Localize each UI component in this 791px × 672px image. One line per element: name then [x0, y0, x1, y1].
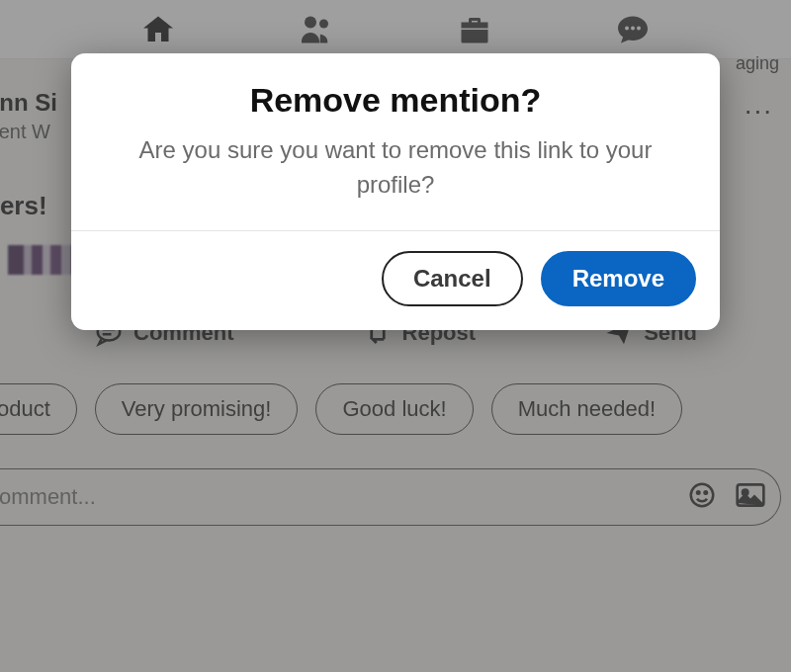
dialog-actions: Cancel Remove: [71, 231, 720, 330]
dialog-title: Remove mention?: [71, 81, 720, 120]
remove-mention-dialog: Remove mention? Are you sure you want to…: [71, 53, 720, 330]
cancel-button[interactable]: Cancel: [382, 251, 523, 306]
dialog-body: Are you sure you want to remove this lin…: [71, 133, 720, 230]
remove-button[interactable]: Remove: [541, 251, 696, 306]
